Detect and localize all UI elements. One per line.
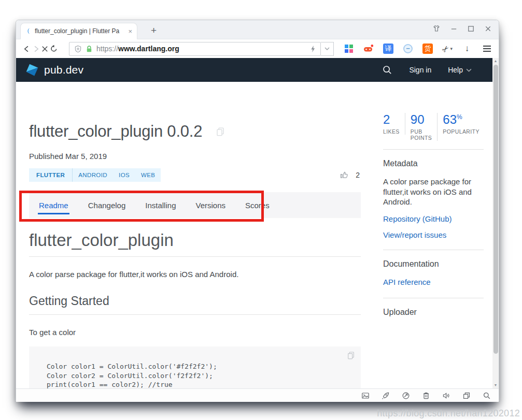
likes-count: 2 [356, 171, 360, 179]
code-line: print(color1 == color2); //true [47, 380, 352, 388]
back-icon[interactable] [22, 42, 32, 55]
copy-icon[interactable] [347, 351, 355, 359]
address-dropdown-button[interactable] [321, 42, 334, 56]
published-date: Published Mar 5, 2019 [29, 152, 361, 161]
forward-icon[interactable] [32, 42, 41, 55]
readme-paragraph: To get a color [29, 327, 361, 338]
shield-plus-icon[interactable] [74, 45, 82, 53]
skin-shirt-icon[interactable] [432, 24, 441, 33]
readme-description: A color parse package for flutter,it wor… [29, 269, 361, 280]
stat-label: POPULARITY [443, 128, 479, 135]
maximize-icon[interactable] [466, 24, 475, 33]
rocket-boost-icon[interactable] [381, 391, 390, 400]
green-lock-icon [86, 45, 93, 53]
stat-label: PUB POINTS [411, 128, 432, 141]
url-host: www.dartlang.org [118, 45, 179, 53]
issues-link[interactable]: View/report issues [383, 230, 484, 239]
uploader-title: Uploader [383, 308, 484, 317]
new-tab-button[interactable]: + [147, 24, 161, 36]
browser-toolbar: https://www.dartlang.org 译 − [16, 39, 499, 58]
stat-likes[interactable]: 2 LIKES [383, 113, 405, 135]
divider [383, 298, 484, 298]
watermark-url: https://blog.csdn.net/han1202012 [377, 408, 520, 419]
stat-value: 90 [411, 113, 432, 126]
platform-badges: FLUTTER ANDROID IOS WEB [29, 168, 161, 182]
browser-status-bar [16, 388, 499, 402]
download-icon[interactable]: ↓ [461, 43, 473, 54]
gamepad-icon[interactable] [363, 43, 374, 54]
brand-name[interactable]: pub.dev [44, 64, 83, 76]
minimize-icon[interactable] [449, 24, 458, 33]
stat-pub-points[interactable]: 90 PUB POINTS [405, 113, 438, 141]
menu-icon[interactable] [481, 43, 492, 54]
badge-android[interactable]: ANDROID [73, 172, 113, 178]
scroll-up-icon[interactable]: ▲ [492, 58, 499, 64]
scissors-icon[interactable]: ✂▾ [442, 43, 453, 54]
page-body: flutter_color_plugin 0.0.2 Published Mar… [16, 82, 499, 388]
documentation-title: Documentation [383, 259, 484, 269]
package-title: flutter_color_plugin 0.0.2 [29, 122, 202, 141]
thumbs-up-icon[interactable] [340, 170, 349, 180]
divider [29, 314, 361, 315]
sign-in-link[interactable]: Sign in [409, 66, 431, 74]
screenshot-icon[interactable] [361, 391, 370, 400]
chevron-down-icon [466, 68, 472, 72]
scroll-down-icon[interactable]: ▼ [492, 382, 499, 388]
api-reference-link[interactable]: API reference [383, 278, 484, 286]
trash-icon[interactable] [421, 391, 431, 400]
lightning-icon[interactable] [310, 45, 316, 53]
apps-grid-icon[interactable] [343, 43, 355, 54]
header-nav: Sign in Help [382, 65, 472, 75]
code-line: Color color2 = ColorUtil.color('f2f2f2')… [47, 371, 352, 381]
readme-heading: flutter_color_plugin [29, 230, 361, 250]
stop-icon[interactable] [40, 42, 50, 55]
address-bar-group: https://www.dartlang.org [69, 42, 334, 56]
reload-icon[interactable] [50, 42, 59, 55]
stat-popularity[interactable]: 63% POPULARITY [438, 113, 485, 135]
find-icon[interactable] [482, 391, 491, 400]
code-block: Color color1 = ColorUtil.color('#f2f2f2'… [29, 346, 361, 388]
stat-label: LIKES [383, 128, 400, 135]
url-text[interactable]: https://www.dartlang.org [96, 45, 306, 53]
copy-icon[interactable] [216, 127, 225, 136]
browser-tab-strip: flutter_color_plugin | Flutter Pa × + [16, 20, 499, 39]
scrollbar-thumb[interactable] [493, 65, 498, 354]
stat-value: 63% [443, 113, 479, 126]
volume-icon[interactable] [442, 391, 451, 400]
pubdev-header: pub.dev Sign in Help [16, 58, 492, 82]
help-menu[interactable]: Help [448, 66, 472, 74]
badge-ios[interactable]: IOS [113, 172, 135, 178]
translate-icon[interactable]: 译 [383, 43, 394, 54]
repository-link[interactable]: Repository (GitHub) [383, 214, 484, 223]
search-icon[interactable] [382, 65, 392, 75]
address-bar[interactable]: https://www.dartlang.org [69, 42, 321, 56]
minus-circle-icon[interactable]: − [402, 43, 414, 54]
metadata-title: Metadata [383, 159, 484, 168]
refresh-circle-icon[interactable] [401, 391, 411, 400]
restore-window-icon[interactable] [462, 391, 471, 400]
divider [383, 149, 484, 150]
dart-logo-icon [25, 63, 39, 77]
help-label: Help [448, 66, 463, 74]
getting-started-heading: Getting Started [29, 294, 361, 308]
metadata-description: A color parse package for flutter,it wor… [383, 177, 484, 207]
page-viewport: pub.dev Sign in Help flutter_color_plugi… [16, 58, 499, 388]
browser-tab[interactable]: flutter_color_plugin | Flutter Pa × [20, 23, 137, 39]
scrollbar[interactable]: ▲ ▼ [492, 58, 499, 388]
divider [29, 256, 361, 257]
likes-group: 2 [340, 170, 361, 180]
badge-flutter[interactable]: FLUTTER [29, 172, 72, 178]
close-icon[interactable] [483, 24, 492, 33]
sidebar-column: 2 LIKES 90 PUB POINTS 63% POPULARITY Met… [383, 82, 484, 317]
pubdev-logo[interactable]: pub.dev [25, 63, 83, 77]
extensions-area: 译 − 货 ✂▾ ↓ [343, 43, 492, 54]
window-controls [432, 24, 492, 33]
url-protocol: https:// [96, 45, 118, 53]
tab-close-icon[interactable]: × [128, 27, 132, 35]
code-line: Color color1 = ColorUtil.color('#f2f2f2'… [47, 362, 352, 371]
shopping-icon[interactable]: 货 [422, 43, 433, 54]
browser-window: flutter_color_plugin | Flutter Pa × + [16, 20, 499, 401]
badge-web[interactable]: WEB [135, 172, 161, 178]
annotation-rectangle [19, 191, 264, 222]
main-column: flutter_color_plugin 0.0.2 Published Mar… [29, 82, 361, 388]
